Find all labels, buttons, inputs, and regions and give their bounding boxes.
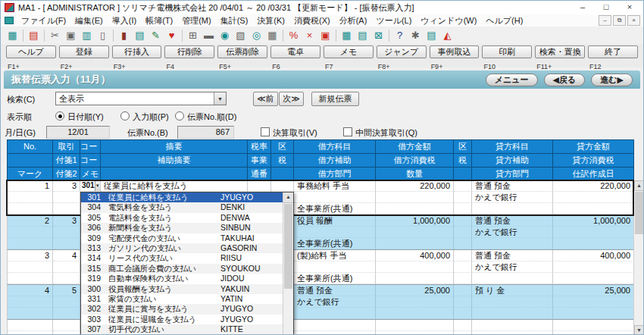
edit-pencil-icon[interactable]: ✎ <box>148 29 164 42</box>
scroll-up-icon[interactable]: ▲ <box>634 180 644 191</box>
maximize-button[interactable]: □ <box>596 2 616 13</box>
debit-dept-cell[interactable]: 全事業所(共通) <box>294 273 376 284</box>
grid-cell[interactable] <box>454 320 472 331</box>
help-icon[interactable]: ? <box>392 29 408 42</box>
no-cell[interactable]: 2 <box>8 215 53 227</box>
calculator-f6-button[interactable]: 電卓 <box>270 45 320 58</box>
grid-cell[interactable] <box>553 296 634 308</box>
credit-account-cell[interactable]: 預 り 金 <box>472 285 553 296</box>
grid-cell[interactable] <box>472 273 553 284</box>
credit-account-cell[interactable]: 普通 預金 <box>472 180 553 192</box>
grid-cell[interactable] <box>53 238 80 249</box>
calendar-icon[interactable]: ▦ <box>264 29 280 42</box>
delete-slip-f5-button[interactable]: 伝票削除 <box>217 45 267 58</box>
manual-book-icon[interactable]: ▤ <box>424 29 439 42</box>
dropdown-item[interactable]: 302従業員に賞与を支払うJYUGYO <box>81 304 283 314</box>
grid-cell[interactable] <box>454 250 472 261</box>
radio-date-order[interactable]: 日付順(Y) <box>55 111 104 123</box>
credit-account-cell[interactable]: 普通 預金 <box>472 215 553 227</box>
grid-cell[interactable] <box>294 261 376 273</box>
chevron-down-icon[interactable]: ▼ <box>95 180 100 191</box>
new-slip-button[interactable]: 新規伝票 <box>311 92 359 106</box>
dropdown-item[interactable]: 301従業員に給料を支払うJYUGYO <box>81 193 283 202</box>
grid-cell[interactable] <box>553 308 634 319</box>
dropdown-item[interactable]: 306新聞料金を支払うSINBUN <box>81 223 283 233</box>
dropdown-item[interactable]: 304電気料金を支払うDENKI <box>81 202 283 212</box>
grid-cell[interactable] <box>376 331 454 335</box>
chevron-down-icon[interactable]: ▼ <box>214 92 226 105</box>
debit-account-cell[interactable]: (製)給料 手当 <box>294 250 376 261</box>
mdi-close-button[interactable]: × <box>627 15 640 26</box>
grid-cell[interactable] <box>472 203 553 214</box>
grid-cell[interactable] <box>454 238 472 249</box>
grid-cell[interactable] <box>248 180 271 192</box>
dropdown-item[interactable]: 307切手代の支払いKITTE <box>81 324 283 334</box>
grid-cell[interactable] <box>454 296 472 308</box>
tax-cancel-icon[interactable]: × <box>302 29 317 42</box>
grid-cell[interactable] <box>53 192 80 203</box>
slip-entry-icon[interactable]: ▦ <box>5 29 20 42</box>
exit-f12-button[interactable]: 終了 <box>588 45 638 58</box>
debit-dept-cell[interactable]: 全事業所(共通) <box>294 238 376 249</box>
dropdown-item[interactable]: 315商工会議所会費の支払いSYOUKOU <box>81 264 283 274</box>
menu-manage[interactable]: 管理(M) <box>177 15 216 27</box>
scrollbar-thumb[interactable] <box>635 192 643 234</box>
copy-icon[interactable]: ▣ <box>63 29 79 42</box>
debit-account-cell[interactable]: 役員 報酬 <box>294 215 376 227</box>
grid-cell[interactable] <box>472 238 553 249</box>
txn-cell[interactable]: 4 <box>53 250 80 261</box>
radio-icon[interactable] <box>120 111 130 121</box>
grid-cell[interactable] <box>454 261 472 273</box>
radio-slipno-order[interactable]: 伝票No.順(D) <box>175 111 236 123</box>
rotate-icon[interactable]: ◉ <box>217 29 233 42</box>
grid-cell[interactable] <box>8 296 53 308</box>
grid-vertical-scrollbar[interactable]: ▲ ▼ <box>633 180 644 335</box>
dropdown-item[interactable]: 305電話料金を支払うDENWA <box>81 213 283 223</box>
entry-pad-icon[interactable]: ⊞ <box>185 29 201 42</box>
grid-cell[interactable] <box>294 320 376 331</box>
tax-doc-icon[interactable]: ▣ <box>317 29 333 42</box>
mark-cell[interactable] <box>8 203 53 214</box>
month-day-input[interactable]: 12/01 <box>46 126 110 139</box>
menu-window[interactable]: ウィンドウ(W) <box>416 15 481 27</box>
checkbox-icon[interactable] <box>261 127 270 136</box>
insert-row-f3-button[interactable]: 行挿入 <box>112 45 162 58</box>
grid-cell[interactable] <box>53 203 80 214</box>
menu-tools[interactable]: ツール(L) <box>371 15 416 27</box>
jump-f8-button[interactable]: ジャンプ <box>377 45 427 58</box>
prev-slip-button[interactable]: ≪前 <box>253 92 278 106</box>
credit-amount-cell[interactable]: 1,000,000 <box>553 215 634 227</box>
grid-cell[interactable] <box>8 192 53 203</box>
register-f2-button[interactable]: 登録 <box>59 45 109 58</box>
menu-setup[interactable]: 導入(I) <box>108 15 141 27</box>
grid-cell[interactable] <box>553 331 634 335</box>
grid-cell[interactable] <box>376 192 454 203</box>
export-icon[interactable]: ▧ <box>233 29 249 42</box>
favorites-heart-icon[interactable]: ♥ <box>164 29 180 42</box>
grid-cell[interactable] <box>454 180 472 192</box>
mark-cell[interactable] <box>8 308 53 319</box>
delete-row-f4-button[interactable]: 行削除 <box>164 45 214 58</box>
txn-cell[interactable]: 5 <box>53 285 80 296</box>
dropdown-item[interactable]: 319自動車保険料の支払いJIDOU <box>81 274 283 283</box>
credit-sub-cell[interactable]: かえで銀行 <box>472 227 553 238</box>
grid-cell[interactable] <box>8 331 53 335</box>
sorimachi-logo-icon[interactable]: ◭ <box>439 29 455 42</box>
mark-cell[interactable] <box>8 238 53 249</box>
grid-cell[interactable] <box>454 285 472 296</box>
tax-percent-icon[interactable]: % <box>286 29 302 42</box>
grid-cell[interactable] <box>472 308 553 319</box>
grid-rows-icon[interactable]: ▤ <box>355 29 370 42</box>
grid-cell[interactable] <box>376 261 454 273</box>
grid-cell[interactable] <box>53 331 80 335</box>
no-cell[interactable]: 1 <box>8 180 53 192</box>
debit-dept-cell[interactable]: 全事業所(共通) <box>294 203 376 214</box>
dropdown-item[interactable]: 303従業員に退職金を支払うJYUGYO <box>81 315 283 324</box>
grid-cell[interactable] <box>454 192 472 203</box>
mdi-minimize-button[interactable]: – <box>599 15 611 26</box>
grid-cell[interactable] <box>53 273 80 284</box>
grid-cell[interactable] <box>454 273 472 284</box>
settlement-checkbox[interactable]: 決算取引(V) <box>261 127 317 139</box>
grid-cell[interactable] <box>553 227 634 238</box>
dropdown-item[interactable]: 313ガソリン代の支払いGASORIN <box>81 243 283 253</box>
